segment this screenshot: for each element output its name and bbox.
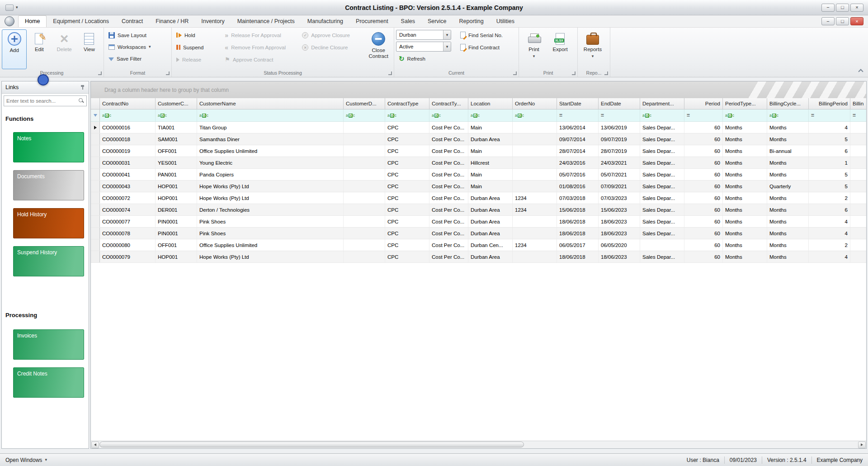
dialog-launcher-icon[interactable] bbox=[513, 71, 517, 75]
grid-row-co0000041[interactable]: CO0000041PAN001Panda CopiersCPCCost Per … bbox=[91, 169, 866, 181]
open-windows-button[interactable]: Open Windows ▾ bbox=[5, 457, 47, 463]
grid-row-co0000074[interactable]: CO0000074DER001Derton / TechnologiesCPCC… bbox=[91, 204, 866, 216]
refresh-button[interactable]: Refresh bbox=[396, 53, 454, 64]
workspaces-button[interactable]: Workspaces ▾ bbox=[106, 41, 170, 52]
sidebar-link-hold-history[interactable]: Hold History bbox=[13, 208, 84, 238]
column-header-enddate[interactable]: EndDate bbox=[599, 98, 640, 109]
add-button[interactable]: Add bbox=[2, 29, 27, 69]
scroll-right-icon[interactable] bbox=[858, 442, 866, 448]
group-by-bar[interactable]: Drag a column header here to group by th… bbox=[91, 81, 866, 98]
approve-closure-button[interactable]: Approve Closure bbox=[299, 29, 363, 41]
tab-reporting[interactable]: Reporting bbox=[453, 16, 490, 27]
column-header-customerd[interactable]: CustomerD... bbox=[344, 98, 385, 109]
column-header-billin[interactable]: Billin bbox=[850, 98, 867, 109]
tab-contract[interactable]: Contract bbox=[115, 16, 149, 27]
export-button[interactable]: XLSX Export bbox=[547, 29, 573, 69]
column-header-location[interactable]: Location bbox=[468, 98, 513, 109]
filter-cell-periodtype[interactable]: aBc bbox=[723, 109, 767, 121]
filter-cell-department[interactable]: aBc bbox=[640, 109, 684, 121]
dialog-launcher-icon[interactable] bbox=[98, 71, 102, 75]
column-header-customername[interactable]: CustomerName bbox=[197, 98, 344, 109]
scroll-left-icon[interactable] bbox=[91, 442, 99, 448]
tab-utilities[interactable]: Utilities bbox=[490, 16, 521, 27]
tab-sales[interactable]: Sales bbox=[395, 16, 421, 27]
reports-button[interactable]: Reports ▾ bbox=[580, 29, 606, 69]
status-filter-dropdown-icon[interactable]: ▾ bbox=[443, 42, 451, 51]
column-header-periodtype[interactable]: PeriodType... bbox=[723, 98, 767, 109]
save-layout-button[interactable]: Save Layout bbox=[106, 29, 170, 41]
sidebar-link-credit-notes[interactable]: Credit Notes bbox=[13, 367, 84, 398]
sidebar-link-documents[interactable]: Documents bbox=[13, 170, 84, 200]
tab-inventory[interactable]: Inventory bbox=[195, 16, 231, 27]
delete-button[interactable]: Delete bbox=[52, 29, 77, 69]
filter-cell-period[interactable]: = bbox=[684, 109, 723, 121]
scrollbar-thumb[interactable] bbox=[99, 442, 524, 447]
view-button[interactable]: View bbox=[77, 29, 102, 69]
horizontal-scrollbar[interactable] bbox=[91, 441, 866, 448]
column-header-contractty[interactable]: ContractTy... bbox=[429, 98, 468, 109]
minimize-button[interactable]: − bbox=[821, 4, 835, 12]
tab-manufacturing[interactable]: Manufacturing bbox=[301, 16, 349, 27]
dialog-launcher-icon[interactable] bbox=[604, 71, 608, 75]
close-contract-button[interactable]: Close Contract bbox=[365, 29, 392, 69]
release-for-approval-button[interactable]: Release For Approval bbox=[222, 29, 297, 41]
column-header-orderno[interactable]: OrderNo bbox=[513, 98, 557, 109]
dialog-launcher-icon[interactable] bbox=[572, 71, 576, 75]
tab-procurement[interactable]: Procurement bbox=[349, 16, 395, 27]
edit-button[interactable]: Edit bbox=[27, 29, 52, 69]
filter-cell-customername[interactable]: aBc bbox=[197, 109, 344, 121]
column-header-contractno[interactable]: ContractNo bbox=[100, 98, 156, 109]
filter-cell-customerc[interactable]: aBc bbox=[156, 109, 197, 121]
search-icon[interactable] bbox=[79, 98, 84, 104]
mdi-restore-button[interactable]: □ bbox=[836, 17, 849, 25]
tab-equipment-locations[interactable]: Equipment / Locations bbox=[47, 16, 115, 27]
grid-row-co0000016[interactable]: CO0000016TIA001Titan GroupCPCCost Per Co… bbox=[91, 122, 866, 133]
grid-row-co0000043[interactable]: CO0000043HOP001Hope Works (Pty) LtdCPCCo… bbox=[91, 181, 866, 192]
column-header-period[interactable]: Period bbox=[684, 98, 723, 109]
sidebar-link-notes[interactable]: Notes bbox=[13, 132, 84, 162]
maximize-button[interactable]: □ bbox=[836, 4, 849, 12]
dialog-launcher-icon[interactable] bbox=[166, 71, 170, 75]
print-button[interactable]: Print ▾ bbox=[521, 29, 547, 69]
sidebar-link-suspend-history[interactable]: Suspend History bbox=[13, 246, 84, 276]
filter-cell-billingperiod[interactable]: = bbox=[809, 109, 850, 121]
filter-cell-contractty[interactable]: aBc bbox=[429, 109, 468, 121]
column-header-customerc[interactable]: CustomerC... bbox=[156, 98, 197, 109]
mdi-minimize-button[interactable]: − bbox=[821, 17, 835, 25]
site-filter-dropdown-icon[interactable]: ▾ bbox=[443, 30, 451, 39]
pin-icon[interactable] bbox=[80, 85, 85, 90]
grid-row-co0000078[interactable]: CO0000078PIN0001Pink ShoesCPCCost Per Co… bbox=[91, 228, 866, 239]
tab-finance-hr[interactable]: Finance / HR bbox=[149, 16, 195, 27]
tab-home[interactable]: Home bbox=[18, 15, 47, 27]
grid-row-co0000019[interactable]: CO0000019OFF001Office Supplies Unlimited… bbox=[91, 145, 866, 157]
column-header-billingperiod[interactable]: BillingPeriod bbox=[809, 98, 850, 109]
grid-row-co0000077[interactable]: CO0000077PIN0001Pink ShoesCPCCost Per Co… bbox=[91, 216, 866, 228]
filter-cell-billingcycle[interactable]: aBc bbox=[767, 109, 809, 121]
tab-service[interactable]: Service bbox=[421, 16, 453, 27]
collapse-ribbon-icon[interactable] bbox=[858, 69, 863, 74]
scrollbar-track[interactable] bbox=[99, 441, 858, 448]
grid-row-co0000072[interactable]: CO0000072HOP001Hope Works (Pty) LtdCPCCo… bbox=[91, 192, 866, 204]
remove-from-approval-button[interactable]: Remove From Approval bbox=[222, 42, 297, 53]
approve-contract-button[interactable]: Approve Contract bbox=[222, 54, 297, 65]
suspend-button[interactable]: Suspend bbox=[174, 42, 220, 53]
filter-cell-customerd[interactable]: aBc bbox=[344, 109, 385, 121]
filter-cell-enddate[interactable]: = bbox=[599, 109, 640, 121]
decline-closure-button[interactable]: Decline Closure bbox=[299, 42, 363, 53]
column-header-contracttype[interactable]: ContractType bbox=[385, 98, 429, 109]
column-header-department[interactable]: Department... bbox=[640, 98, 684, 109]
filter-cell-contracttype[interactable]: aBc bbox=[385, 109, 429, 121]
release-button[interactable]: Release bbox=[174, 54, 220, 65]
site-filter-select[interactable]: Durban ▾ bbox=[396, 30, 451, 40]
sidebar-link-invoices[interactable]: Invoices bbox=[13, 329, 84, 360]
quick-access-toolbar[interactable]: ▾ bbox=[0, 5, 18, 11]
dialog-launcher-icon[interactable] bbox=[388, 71, 392, 75]
grid-row-co0000079[interactable]: CO0000079HOP001Hope Works (Pty) LtdCPCCo… bbox=[91, 251, 866, 263]
filter-cell-location[interactable]: aBc bbox=[468, 109, 513, 121]
find-contract-button[interactable]: Find Contract bbox=[458, 42, 515, 53]
grid-row-co0000031[interactable]: CO0000031YES001Young ElectricCPCCost Per… bbox=[91, 157, 866, 169]
filter-cell-contractno[interactable]: aBc bbox=[100, 109, 156, 121]
column-header-billingcycle[interactable]: BillingCycle... bbox=[767, 98, 809, 109]
filter-cell-orderno[interactable]: aBc bbox=[513, 109, 557, 121]
mdi-close-button[interactable]: × bbox=[850, 17, 863, 25]
